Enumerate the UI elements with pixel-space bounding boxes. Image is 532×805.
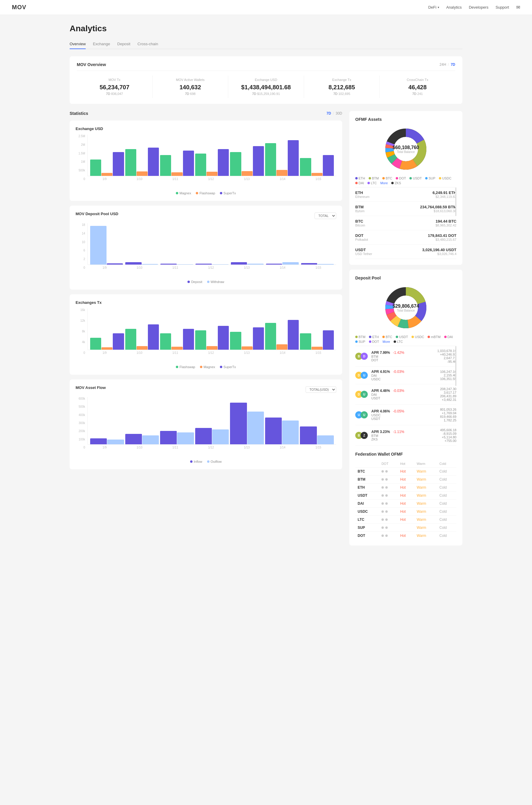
deposit-legend-dai: DAI: [444, 335, 453, 339]
fed-row-usdt: USDT Hot Warm Cold: [355, 492, 456, 500]
fed-symbol: LTC: [355, 516, 379, 524]
fed-warm-usdt[interactable]: Warm: [417, 493, 426, 498]
ofmf-legend-eth: ETH: [355, 176, 365, 180]
fed-hot-usdc[interactable]: Hot: [400, 509, 406, 514]
pool-row: DU APR 4.46% -0.03% DAI USDT 208,247.30 …: [355, 384, 456, 405]
fed-row-dai: DAI Hot Warm Cold: [355, 500, 456, 508]
fed-warm-eth[interactable]: Warm: [417, 485, 426, 489]
asset-row-btm: BTM Bytom 234,764,088.59 BTM $18,613,060…: [355, 202, 456, 216]
nav-support[interactable]: Support: [495, 5, 509, 10]
deposit-more-link[interactable]: More: [383, 340, 390, 343]
deposit-select[interactable]: TOTAL: [315, 212, 336, 219]
navigation: MOV DeFi ▾ Analytics Developers Support …: [0, 0, 532, 15]
fed-row-btc: BTC Hot Warm Cold: [355, 468, 456, 475]
asset-flow-select[interactable]: TOTAL(USD): [306, 386, 336, 393]
ofmf-title: OFMF Assets: [355, 117, 382, 122]
nav-links: DeFi ▾ Analytics Developers Support ✉: [428, 4, 520, 10]
tab-crosschain[interactable]: Cross-chain: [137, 39, 158, 49]
asset-row-btc: BTC Bitcoin 194.44 BTC $8,965,302.42: [355, 216, 456, 230]
fed-cold-btm[interactable]: Cold: [439, 478, 447, 482]
fed-symbol: DOT: [355, 532, 379, 540]
fed-col-warm: Warm: [415, 460, 437, 468]
deposit-pool-chart-card: MOV Deposit Pool USD TOTAL 18 14 10 6 2 …: [70, 206, 342, 289]
fed-warm-usdc[interactable]: Warm: [417, 509, 426, 514]
fed-warm-dot[interactable]: Warm: [417, 533, 426, 538]
fed-cold-dot[interactable]: Cold: [439, 533, 447, 538]
nav-analytics[interactable]: Analytics: [446, 5, 462, 10]
ofmf-legend: ETHBTMBTCDOTUSDTSUPUSDCDAILTCMoreZKS: [355, 176, 456, 185]
exchange-usd-legend: Magnex Flashswap SuperTx: [76, 191, 336, 195]
deposit-legend: BTMETHBTCUSDTUSDCmBTMDAISUPDOTMoreLTC: [355, 335, 456, 343]
deposit-pool-donut: $29,806,674 Total Balance: [355, 284, 456, 332]
fed-warm-sup[interactable]: Warm: [417, 526, 426, 530]
deposit-legend-usdc: USDC: [412, 335, 424, 339]
fed-hot-btc[interactable]: Hot: [400, 469, 406, 473]
fed-cold-ltc[interactable]: Cold: [439, 518, 447, 522]
asset-flow-chart: [88, 397, 336, 445]
deposit-pool-chart: [88, 223, 336, 265]
fed-cold-sup[interactable]: Cold: [439, 526, 447, 530]
statistics-column: Statistics 7D / 30D Exchange USD 2.5M 2M…: [70, 111, 342, 545]
stats-30d[interactable]: 30D: [336, 111, 342, 115]
nav-defi[interactable]: DeFi ▾: [428, 5, 439, 10]
fed-hot-ltc[interactable]: Hot: [400, 518, 406, 522]
fed-hot-dai[interactable]: Hot: [400, 502, 406, 506]
pool-scroll[interactable]: [455, 346, 456, 386]
asset-flow-legend: Inflow Outflow: [76, 460, 336, 463]
fed-cold-dai[interactable]: Cold: [439, 502, 447, 506]
fed-cold-usdt[interactable]: Cold: [439, 493, 447, 498]
deposit-chart-title: MOV Deposit Pool USD: [76, 211, 118, 216]
fed-row-btm: BTM Hot Warm Cold: [355, 475, 456, 484]
fed-warm-btm[interactable]: Warm: [417, 478, 426, 482]
fed-cold-btc[interactable]: Cold: [439, 469, 447, 473]
tab-overview[interactable]: Overview: [70, 39, 86, 49]
fed-hot-dot[interactable]: Hot: [400, 533, 406, 538]
fed-hot-btm[interactable]: Hot: [400, 478, 406, 482]
tab-deposit[interactable]: Deposit: [117, 39, 130, 49]
fed-cold-eth[interactable]: Cold: [439, 485, 447, 489]
deposit-legend-btc: BTC: [382, 335, 392, 339]
fed-warm-dai[interactable]: Warm: [417, 502, 426, 506]
fed-warm-btc[interactable]: Warm: [417, 469, 426, 473]
pool-row: BZ APR 3.23% -1.11% BTM ZKS 495,606.18 -…: [355, 425, 456, 446]
fed-row-eth: ETH Hot Warm Cold: [355, 484, 456, 492]
fed-col-dot: DOT: [379, 460, 398, 468]
deposit-legend-mbtm: mBTM: [428, 335, 440, 339]
overview-title: MOV Overview: [77, 62, 106, 67]
deposit-legend-usdt: USDT: [396, 335, 408, 339]
ofmf-legend-usdc: USDC: [439, 176, 451, 180]
period-7d[interactable]: 7D: [451, 62, 455, 67]
ofmf-legend-usdt: USDT: [410, 176, 422, 180]
fed-row-ltc: LTC Hot Warm Cold: [355, 516, 456, 524]
exchange-usd-title: Exchange USD: [76, 127, 336, 131]
ofmf-assets-card: OFMF Assets: [349, 111, 462, 265]
statistics-title: Statistics: [70, 111, 88, 116]
fed-col-symbol: [355, 460, 379, 468]
legend-supertx: SuperTx: [220, 191, 236, 195]
fed-warm-ltc[interactable]: Warm: [417, 518, 426, 522]
nav-message-icon[interactable]: ✉: [516, 4, 520, 10]
fed-hot-usdt[interactable]: Hot: [400, 493, 406, 498]
period-24h[interactable]: 24H: [439, 62, 446, 67]
ofmf-legend-dot: DOT: [396, 176, 406, 180]
fed-hot-eth[interactable]: Hot: [400, 485, 406, 489]
ofmf-more-link[interactable]: More: [380, 181, 388, 185]
ofmf-donut: $60,108,760 Total Balance: [355, 125, 456, 173]
fed-cold-usdc[interactable]: Cold: [439, 509, 447, 514]
deposit-legend-btm: BTM: [355, 335, 365, 339]
stats-7d[interactable]: 7D: [326, 111, 331, 115]
deposit-pool-title: Deposit Pool: [355, 276, 381, 280]
fed-symbol: USDC: [355, 508, 379, 516]
bar-group: [125, 148, 159, 176]
deposit-legend-dot: DOT: [369, 340, 379, 343]
fed-symbol: SUP: [355, 524, 379, 532]
asset-flow-card: MOV Asset Flow TOTAL(USD) 600k 500k 400k…: [70, 379, 342, 469]
statistics-period: 7D / 30D: [326, 111, 342, 115]
nav-developers[interactable]: Developers: [469, 5, 489, 10]
deposit-legend-ltc: LTC: [394, 340, 403, 343]
stats-grid: Statistics 7D / 30D Exchange USD 2.5M 2M…: [70, 111, 462, 545]
tab-exchange[interactable]: Exchange: [93, 39, 110, 49]
exchanges-tx-title: Exchanges Tx: [76, 300, 336, 305]
scroll-bar[interactable]: [455, 187, 456, 216]
pool-row: DU APR 4.91% -0.03% DAI USDC 106,247.16 …: [355, 367, 456, 384]
